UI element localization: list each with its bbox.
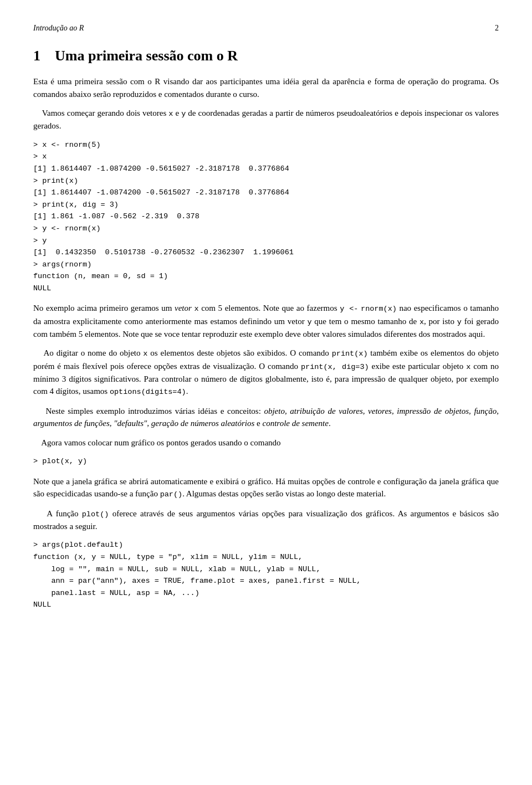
header-title: Introdução ao R [33, 22, 84, 34]
inline-code-y: y [181, 110, 186, 118]
explanation-paragraph-3: Neste simples exemplo introduzimos vária… [33, 405, 499, 430]
explanation-paragraph-6: A função plot() oferece através de seus … [33, 507, 499, 533]
code-block-3: > args(plot.default) function (x, y = NU… [33, 539, 499, 611]
code-block-1: > x <- rnorm(5) > x [1] 1.8614407 -1.087… [33, 139, 499, 295]
explanation-paragraph-4: Agora vamos colocar num gráfico os ponto… [33, 437, 499, 449]
inline-code-printx: print(x) [332, 350, 368, 358]
inline-code-x4: x [143, 350, 147, 358]
chapter-title: Uma primeira sessão com o R [55, 48, 238, 64]
inline-code-options: options(digits=4) [110, 388, 186, 396]
header-page-number: 2 [495, 22, 499, 34]
intro-paragraph-2: Vamos começar gerando dois vetores x e y… [33, 107, 499, 132]
explanation-paragraph-2: Ao digitar o nome do objeto x os element… [33, 347, 499, 398]
inline-code-x2: x [194, 305, 198, 313]
inline-code-plot: plot() [82, 510, 109, 519]
inline-code-rnorm: y <- [340, 305, 358, 313]
explanation-paragraph-1: No exemplo acima primeiro geramos um vet… [33, 302, 499, 340]
inline-code-rnorm2: rnorm(x) [361, 305, 397, 313]
inline-code-x: x [168, 110, 173, 118]
inline-code-y3: y [457, 318, 462, 326]
code-block-2: > plot(x, y) [33, 455, 499, 468]
inline-code-x5: x [466, 363, 470, 371]
chapter-heading: 1 Uma primeira sessão com o R [33, 45, 499, 66]
explanation-paragraph-5: Note que a janela gráfica se abrirá auto… [33, 475, 499, 501]
inline-code-printdig: print(x, dig=3) [301, 363, 369, 371]
intro-paragraph: Esta é uma primeira sessão com o R visan… [33, 75, 499, 100]
page-header: Introdução ao R 2 [33, 22, 499, 34]
inline-code-x3: x [420, 318, 424, 326]
inline-code-par: par() [160, 490, 183, 499]
inline-code-y2: y [307, 318, 311, 326]
chapter-number: 1 [33, 48, 40, 64]
